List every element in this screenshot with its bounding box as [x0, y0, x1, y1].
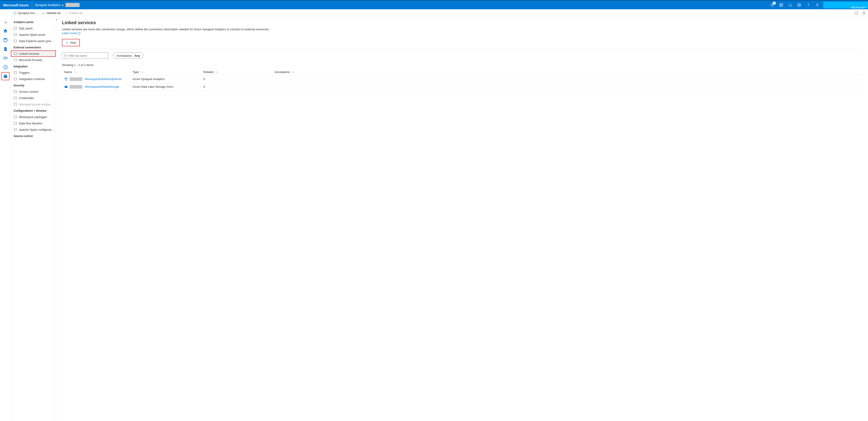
row-related: 0 — [204, 85, 274, 88]
tree-item: Managed private endpoi... — [11, 101, 56, 108]
new-button[interactable]: ＋ New — [62, 39, 80, 47]
svg-rect-21 — [14, 90, 17, 92]
svg-rect-18 — [14, 59, 17, 61]
tree-item[interactable]: Apache Spark pools — [11, 31, 56, 38]
name-redacted — [70, 85, 82, 89]
rail-monitor-icon[interactable] — [1, 63, 9, 71]
learn-more-link[interactable]: Learn more — [62, 31, 81, 35]
tree-section-header: Security — [11, 82, 56, 88]
tree-item-label: Data Explorer pools (pre... — [19, 39, 53, 43]
column-related[interactable]: Related↑↓ — [204, 70, 274, 74]
rail-develop-icon[interactable] — [1, 45, 9, 53]
settings-icon[interactable] — [795, 1, 804, 9]
tree-section-header: Source control — [11, 133, 56, 139]
filter-input-field[interactable] — [68, 54, 106, 57]
tree-item-label: Microsoft Purview — [19, 58, 42, 62]
svg-rect-3 — [782, 5, 783, 6]
help-icon[interactable] — [804, 1, 813, 9]
account-icon[interactable] — [813, 1, 822, 9]
annotations-label: Annotations : — [116, 54, 133, 57]
tree-item[interactable]: Data Explorer pools (pre... — [11, 38, 56, 44]
feedback-icon[interactable]: 1 — [768, 1, 777, 9]
tree-section-header: External connections — [11, 44, 56, 51]
result-count: Showing 1 - 2 of 2 items — [62, 63, 862, 67]
tree-section-header: Integration — [11, 63, 56, 69]
refresh-button[interactable] — [855, 11, 858, 15]
brand-label[interactable]: Microsoft Azure — [0, 1, 32, 9]
notifications-icon[interactable] — [786, 1, 795, 9]
svg-rect-1 — [782, 3, 783, 4]
validate-all-button[interactable]: Validate all — [42, 11, 61, 15]
rail-home-icon[interactable] — [1, 27, 9, 35]
notification-badge: 1 — [773, 2, 776, 5]
rail-data-icon[interactable] — [1, 36, 9, 44]
page-title: Linked services — [62, 20, 862, 25]
expand-rail-button[interactable]: » — [0, 19, 11, 26]
column-type[interactable]: Type↑↓ — [132, 70, 204, 74]
linked-service-link[interactable]: -WorkspaceDefaultSqlServer — [84, 77, 122, 81]
tree-item-icon — [13, 128, 17, 131]
chevron-right-icon: ▸ — [62, 3, 64, 7]
svg-rect-14 — [14, 27, 17, 29]
tree-item-icon — [13, 71, 17, 74]
tree-item[interactable]: Microsoft Purview — [11, 57, 56, 63]
svg-point-5 — [808, 6, 808, 6]
learn-more-label: Learn more — [62, 31, 77, 35]
rail-integrate-icon[interactable] — [1, 54, 9, 62]
tree-item-label: Data flow libraries — [19, 122, 42, 125]
mode-dropdown[interactable]: Synapse live ⌄ — [13, 11, 38, 15]
rail-manage-icon[interactable] — [1, 72, 9, 80]
tenant-label: MICROSOFT — [851, 6, 866, 9]
page-description: Linked services are much like connection… — [62, 28, 862, 31]
breadcrumb[interactable]: Synapse Analytics ▸ — [32, 3, 83, 7]
tree-item[interactable]: Triggers — [11, 69, 56, 76]
tree-item-icon — [13, 52, 17, 55]
command-bar: Synapse live ⌄ Validate all Publish all — [11, 9, 868, 17]
tree-section-header: Configurations + libraries — [11, 108, 56, 114]
linked-service-link[interactable]: -WorkspaceDefaultStorage — [84, 85, 119, 88]
table-row[interactable]: -WorkspaceDefaultStorageAzure Data Lake … — [62, 83, 862, 91]
publish-label: Publish all — [69, 11, 82, 15]
svg-rect-26 — [14, 128, 17, 130]
collapse-tree-button[interactable]: « — [56, 18, 57, 21]
filter-by-name-input[interactable] — [62, 53, 108, 59]
table-row[interactable]: -WorkspaceDefaultSqlServerAzure Synapse … — [62, 75, 862, 83]
workspace-name-redacted — [66, 3, 80, 7]
tree-item-icon — [13, 58, 17, 62]
delete-button[interactable] — [862, 11, 866, 15]
directory-icon[interactable] — [777, 1, 786, 9]
tree-item[interactable]: Credentials — [11, 95, 56, 101]
tree-item[interactable]: SQL pools — [11, 25, 56, 31]
tree-item-icon — [13, 96, 17, 100]
svg-rect-2 — [780, 5, 781, 6]
annotations-value: Any — [134, 54, 140, 57]
svg-rect-0 — [780, 3, 781, 4]
svg-rect-23 — [14, 103, 17, 105]
publish-all-button: Publish all — [64, 11, 82, 15]
tree-item[interactable]: Access control — [11, 88, 56, 95]
svg-rect-20 — [14, 78, 17, 80]
annotations-filter[interactable]: Annotations : Any — [113, 53, 143, 59]
tree-item[interactable]: Apache Spark configurat... — [11, 126, 56, 133]
tree-item-label: Managed private endpoi... — [19, 103, 53, 106]
left-rail: » — [0, 17, 11, 421]
chevron-down-icon: ⌄ — [36, 12, 38, 14]
column-annotations[interactable]: Annotations↑↓ — [274, 70, 862, 74]
tree-item[interactable]: Linked services — [11, 51, 56, 57]
tree-item-icon — [13, 102, 17, 106]
tree-item[interactable]: Workspace packages — [11, 114, 56, 120]
tree-item[interactable]: Data flow libraries — [11, 120, 56, 126]
tree-item-label: Apache Spark configurat... — [19, 128, 54, 131]
tree-item-label: Workspace packages — [19, 115, 47, 119]
svg-rect-25 — [14, 122, 17, 124]
tree-item-icon — [13, 115, 17, 119]
sort-icon: ↑↓ — [292, 70, 295, 74]
svg-rect-15 — [14, 33, 17, 35]
name-redacted — [70, 77, 82, 81]
row-related: 0 — [204, 77, 274, 81]
sort-icon: ↑↓ — [141, 70, 144, 74]
tree-section-header: Analytics pools — [11, 19, 56, 25]
column-name[interactable]: Name↑↓ — [62, 70, 132, 74]
tree-item[interactable]: Integration runtimes — [11, 76, 56, 82]
tree-item-icon — [13, 77, 17, 81]
